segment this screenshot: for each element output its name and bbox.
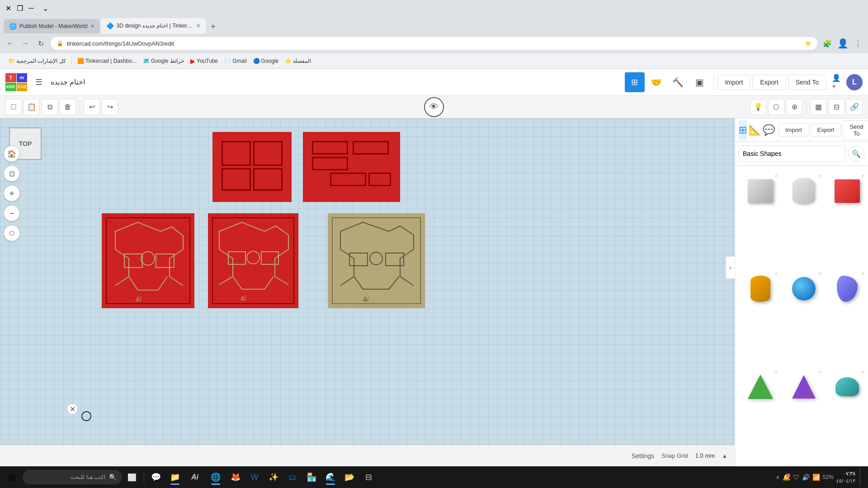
panel-tab-ruler[interactable]: 📐: [749, 120, 761, 140]
group-button[interactable]: 🔗: [846, 99, 863, 115]
notification-icon[interactable]: 🔔 1: [783, 474, 790, 481]
tab-tinkercad[interactable]: 🔷 3D design اختام جديده | Tinkercad ✕: [101, 18, 206, 33]
user-avatar[interactable]: L: [846, 74, 863, 90]
canvas-area[interactable]: 🏠 ⊡ + − ⬡ TOP: [0, 118, 735, 466]
grid-view-toggle[interactable]: ▦: [810, 99, 826, 115]
add-user-icon[interactable]: 👤+: [832, 76, 844, 89]
minimize-icon[interactable]: ─: [28, 4, 33, 12]
panel-tab-notes[interactable]: 💬: [763, 120, 775, 140]
shape-blue-twisted[interactable]: ★: [827, 269, 867, 363]
new-tab-button[interactable]: +: [207, 20, 220, 33]
teach-button[interactable]: 🔨: [668, 72, 688, 92]
new-shape-button[interactable]: □: [5, 99, 22, 115]
start-button[interactable]: ⊞: [2, 467, 22, 487]
panel-sendto-button[interactable]: Send To: [843, 120, 868, 140]
taskbar-windows[interactable]: 🏪: [302, 468, 321, 486]
tab-close-tinkercad[interactable]: ✕: [196, 23, 200, 29]
snap-grid-value[interactable]: 1.0 mm: [695, 452, 715, 459]
taskbar-mail[interactable]: 🗂: [283, 468, 302, 486]
tab-makerworld[interactable]: 🌐 Publish Model - MakerWorld ✕: [4, 19, 100, 33]
taskbar-edge[interactable]: 🌊: [321, 468, 340, 486]
3d-view-button[interactable]: ⬡: [4, 225, 20, 241]
zoom-out-button[interactable]: −: [4, 205, 20, 221]
delete-button[interactable]: 🗑: [60, 99, 76, 115]
battery-icon[interactable]: 52%: [823, 474, 834, 480]
taskbar-files[interactable]: 📂: [340, 468, 359, 486]
profile-icon[interactable]: 👤: [836, 38, 849, 49]
reload-icon[interactable]: ↻: [34, 39, 47, 48]
object-stamp1[interactable]: &i: [102, 213, 194, 308]
shape-sphere[interactable]: ★: [784, 269, 824, 363]
bookmark-maps[interactable]: 🗺️ Google حرائط: [140, 57, 187, 65]
shape-cylinder-hole[interactable]: ★: [784, 171, 824, 265]
object-stamp3[interactable]: &i: [328, 213, 425, 308]
object-stamp2[interactable]: &i: [208, 213, 298, 308]
chevron-up-icon[interactable]: ∧: [776, 474, 780, 480]
light-toggle[interactable]: 💡: [750, 99, 766, 115]
sendto-button[interactable]: Send To: [788, 75, 826, 90]
search-box[interactable]: 🔍 اكتب هنا للبحث: [23, 470, 122, 484]
community-button[interactable]: 🤝: [646, 72, 666, 92]
bookmark-favorites[interactable]: ⭐ المفضلة: [282, 57, 314, 65]
home-view-button[interactable]: 🏠: [4, 145, 20, 162]
taskbar-ai[interactable]: Ai: [185, 468, 205, 486]
menu-icon[interactable]: ⋮: [852, 39, 864, 48]
shape-purple-pyramid[interactable]: ★: [784, 367, 824, 461]
task-view-button[interactable]: ⬜: [123, 468, 141, 486]
drag-handle[interactable]: [81, 411, 91, 421]
close-icon[interactable]: ✕: [5, 4, 11, 13]
shapes-search-button[interactable]: 🔍: [848, 145, 864, 162]
snap-toggle[interactable]: ⊕: [786, 99, 802, 115]
shapes-category-dropdown[interactable]: Basic Shapes: [739, 145, 845, 162]
volume-icon[interactable]: 🔊: [802, 474, 810, 481]
object-pattern2[interactable]: [303, 132, 400, 202]
object-pattern1[interactable]: [212, 132, 292, 202]
panel-export-button[interactable]: Export: [811, 123, 841, 136]
panel-collapse-button[interactable]: ›: [726, 256, 735, 279]
paste-button[interactable]: 📋: [24, 99, 40, 115]
redo-button[interactable]: ↪: [102, 99, 118, 115]
import-button[interactable]: Import: [717, 75, 751, 90]
snap-up-button[interactable]: ▲: [722, 453, 727, 459]
more-icon[interactable]: ⌄: [42, 4, 48, 13]
taskbar-notifications[interactable]: 💬: [147, 468, 165, 486]
taskbar-word[interactable]: W: [245, 468, 264, 486]
address-bar[interactable]: 🔒 tinkercad.com/things/14UwOovpAN3/edit …: [50, 36, 818, 51]
bookmark-all[interactable]: 📁 كل الإشارات المرجعية: [5, 57, 69, 65]
export-button[interactable]: Export: [752, 75, 786, 90]
taskbar-chrome[interactable]: 🌐: [206, 468, 226, 486]
panel-tab-grid[interactable]: ⊞: [739, 120, 747, 140]
forward-icon[interactable]: →: [19, 39, 32, 47]
taskbar-explorer[interactable]: 📁: [166, 468, 184, 486]
shape-box[interactable]: ★: [741, 171, 780, 265]
panel-import-button[interactable]: Import: [778, 123, 809, 136]
align-button[interactable]: ⊟: [828, 99, 844, 115]
grid-view-button[interactable]: ⊞: [625, 72, 645, 92]
wifi-icon[interactable]: 📶: [812, 474, 820, 481]
list-view-icon[interactable]: ☰: [31, 74, 47, 90]
settings-button[interactable]: Settings: [632, 452, 655, 460]
shape-green-pyramid[interactable]: ★: [741, 367, 780, 461]
bookmark-gmail[interactable]: ✉️ Gmail: [222, 57, 249, 65]
close-selection-button[interactable]: ✕: [67, 404, 78, 414]
fit-view-button[interactable]: ⊡: [4, 165, 20, 182]
zoom-in-button[interactable]: +: [4, 185, 20, 202]
security-icon[interactable]: 🛡: [793, 474, 799, 481]
extensions-icon[interactable]: 🧩: [821, 39, 834, 48]
taskbar-multiwindow[interactable]: ⊟: [359, 468, 377, 486]
clock[interactable]: ٠٧:٣٨ ٤٥/٠٤/١٣: [836, 470, 855, 484]
camera-view-button[interactable]: 👁: [424, 97, 444, 117]
templates-button[interactable]: ▣: [690, 72, 710, 92]
restore-icon[interactable]: ❐: [17, 4, 23, 13]
shape-red-box[interactable]: ★: [827, 171, 867, 265]
taskbar-orange[interactable]: 🦊: [226, 468, 245, 486]
duplicate-button[interactable]: ⧉: [42, 99, 58, 115]
undo-button[interactable]: ↩: [84, 99, 100, 115]
bookmark-tinkercad[interactable]: 🟧 Tinkercad | Dashbo...: [75, 57, 139, 65]
tinkercad-logo[interactable]: T IN KER CAD: [5, 73, 27, 91]
show-desktop-button[interactable]: [860, 468, 863, 486]
tab-close-makerworld[interactable]: ✕: [90, 23, 94, 29]
shape-teal[interactable]: ★: [827, 367, 867, 461]
shape-cylinder[interactable]: ★: [741, 269, 780, 363]
shape-toggle[interactable]: ⬡: [768, 99, 784, 115]
